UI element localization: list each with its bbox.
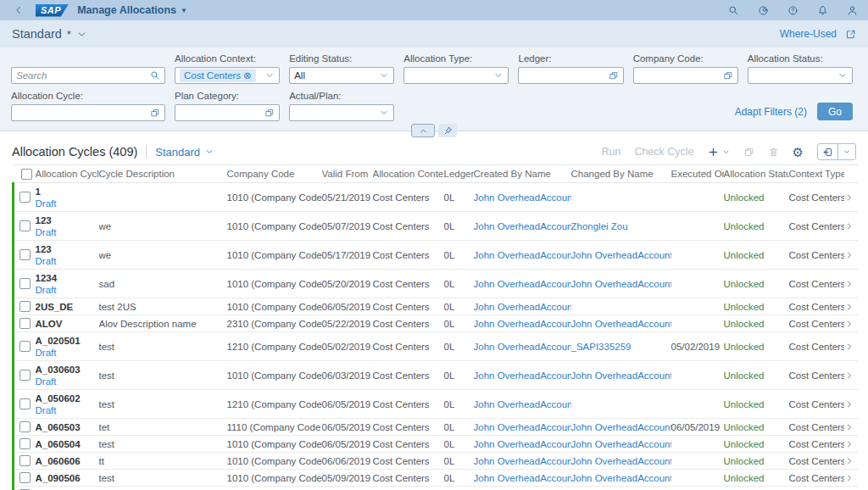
row-navigation-chevron[interactable] (844, 470, 858, 487)
row-navigation-chevron[interactable] (844, 436, 858, 453)
row-navigation-chevron[interactable] (844, 183, 858, 212)
row-checkbox[interactable] (19, 341, 31, 352)
table-row[interactable]: A_060606tt1010 (Company Code 1010)06/06/… (14, 453, 858, 470)
draft-link[interactable]: Draft (36, 227, 57, 237)
col-ledger[interactable]: Ledger (444, 165, 474, 183)
created-by-link[interactable]: John OverheadAccountant (474, 422, 571, 432)
actual-plan-select[interactable] (289, 104, 394, 121)
remove-token-icon[interactable]: ⊗ (243, 70, 252, 81)
table-variant-selector[interactable]: Standard (155, 146, 214, 159)
shell-copilot-button[interactable] (758, 5, 769, 16)
search-field[interactable] (11, 67, 165, 84)
draft-link[interactable]: Draft (36, 348, 57, 358)
plan-category-input[interactable] (175, 104, 280, 121)
table-row[interactable]: 2US_DEtest 2US1010 (Company Code 1010)06… (14, 298, 858, 315)
row-navigation-chevron[interactable] (844, 390, 858, 419)
row-checkbox[interactable] (19, 301, 31, 312)
cost-centers-token[interactable]: Cost Centers⊗ (180, 69, 256, 82)
editing-status-select[interactable]: All (289, 67, 394, 84)
created-by-link[interactable]: John OverheadAccountant (474, 192, 571, 203)
allocation-status-select[interactable] (748, 67, 853, 84)
changed-by-link[interactable]: John OverheadAccountant (571, 250, 671, 260)
created-by-link[interactable]: John OverheadAccountant (474, 399, 571, 409)
where-used-share-button[interactable] (845, 29, 856, 40)
company-code-input[interactable] (633, 67, 738, 84)
row-checkbox[interactable] (19, 438, 31, 449)
changed-by-link[interactable]: John OverheadAccountant (571, 422, 671, 432)
search-input[interactable] (16, 70, 147, 81)
row-checkbox[interactable] (19, 370, 31, 381)
search-input-icon[interactable] (150, 70, 160, 81)
chevron-down-icon[interactable] (837, 70, 848, 81)
allocation-context-combobox[interactable]: Cost Centers⊗ (175, 67, 280, 84)
table-row[interactable]: A_060503tet1110 (Company Code 1110)06/05… (14, 419, 858, 436)
shell-help-button[interactable] (787, 5, 798, 16)
export-menu-button[interactable] (837, 144, 855, 159)
col-changed-by-name[interactable]: Changed By Name (571, 165, 671, 183)
table-row[interactable]: A_050602Drafttest1210 (Company Code 1210… (14, 390, 858, 419)
row-checkbox[interactable] (19, 472, 31, 483)
value-help-icon[interactable] (609, 70, 619, 81)
back-button[interactable] (10, 3, 27, 18)
changed-by-link[interactable]: John OverheadAccountant (571, 279, 671, 289)
select-all-checkbox[interactable] (21, 169, 32, 180)
changed-by-link[interactable]: John OverheadAccountant (571, 456, 671, 466)
row-checkbox[interactable] (19, 249, 31, 260)
draft-link[interactable]: Draft (36, 256, 57, 266)
ledger-input[interactable] (518, 67, 623, 84)
row-navigation-chevron[interactable] (844, 315, 858, 332)
col-allocation-cycle[interactable]: Allocation Cycle (36, 165, 99, 183)
table-row[interactable]: A_090506test1010 (Company Code 1010)05/0… (14, 470, 858, 487)
table-row[interactable]: 123Draftwe1010 (Company Code 1010)05/07/… (14, 212, 858, 241)
created-by-link[interactable]: John OverheadAccountant (474, 439, 571, 449)
created-by-link[interactable]: John OverheadAccountant (474, 250, 571, 260)
draft-link[interactable]: Draft (36, 376, 57, 387)
row-checkbox[interactable] (19, 455, 31, 466)
row-navigation-chevron[interactable] (844, 332, 858, 361)
check-cycle-button[interactable]: Check Cycle (634, 146, 693, 158)
add-button[interactable] (708, 147, 730, 158)
changed-by-link[interactable]: John OverheadAccountant (571, 319, 671, 329)
row-checkbox[interactable] (19, 192, 31, 203)
created-by-link[interactable]: John OverheadAccountant (474, 370, 571, 381)
table-row[interactable]: ALOVAlov Description name2310 (Company C… (14, 315, 858, 332)
row-checkbox[interactable] (19, 278, 31, 289)
chevron-down-icon[interactable] (379, 108, 389, 118)
changed-by-link[interactable]: _SAPI335259 (571, 342, 632, 352)
table-row[interactable]: A_090507test1010 (Company Code 1010)05/0… (14, 487, 858, 490)
go-button[interactable]: Go (817, 103, 853, 120)
col-context-type-text[interactable]: Context Type Text (789, 165, 844, 183)
run-button[interactable]: Run (601, 146, 620, 158)
value-help-icon[interactable] (264, 108, 275, 118)
value-help-icon[interactable] (150, 108, 160, 118)
delete-button[interactable] (768, 147, 779, 158)
value-help-icon[interactable] (723, 70, 733, 81)
created-by-link[interactable]: John OverheadAccountant (474, 473, 571, 483)
changed-by-link[interactable]: John OverheadAccountant (571, 370, 671, 381)
table-row[interactable]: 123Draftwe1010 (Company Code 1010)05/17/… (14, 241, 858, 270)
table-row[interactable]: 1234Draftsad1010 (Company Code 1010)05/2… (14, 270, 858, 298)
created-by-link[interactable]: John OverheadAccountant (474, 319, 571, 329)
table-row[interactable]: A_020501Drafttest1210 (Company Code 1210… (14, 332, 858, 361)
table-row[interactable]: A_060504test1010 (Company Code 1010)06/0… (14, 436, 858, 453)
draft-link[interactable]: Draft (36, 285, 57, 295)
row-navigation-chevron[interactable] (844, 453, 858, 470)
col-allocation-context[interactable]: Allocation Context (373, 165, 444, 183)
adapt-filters-link[interactable]: Adapt Filters (2) (735, 106, 807, 118)
table-row[interactable]: A_030603Drafttest1010 (Company Code 1010… (14, 361, 858, 390)
chevron-down-icon[interactable] (379, 70, 389, 81)
row-navigation-chevron[interactable] (844, 270, 858, 298)
collapse-header-button[interactable] (411, 124, 435, 137)
settings-button[interactable]: ⚙ (793, 146, 804, 159)
table-row[interactable]: 1Draft1010 (Company Code 1010)05/21/2019… (14, 183, 858, 212)
col-created-by-name[interactable]: Created By Name (474, 165, 571, 183)
col-allocation-status[interactable]: Allocation Status (724, 165, 789, 183)
chevron-down-icon[interactable] (493, 70, 504, 81)
shell-profile-button[interactable] (847, 5, 858, 16)
variant-selector[interactable]: Standard * (12, 27, 87, 41)
chevron-down-icon[interactable] (264, 70, 275, 81)
changed-by-link[interactable]: Zhonglei Zou (571, 221, 628, 231)
allocation-type-select[interactable] (403, 67, 509, 84)
where-used-link[interactable]: Where-Used (780, 28, 837, 40)
row-checkbox[interactable] (19, 220, 31, 231)
